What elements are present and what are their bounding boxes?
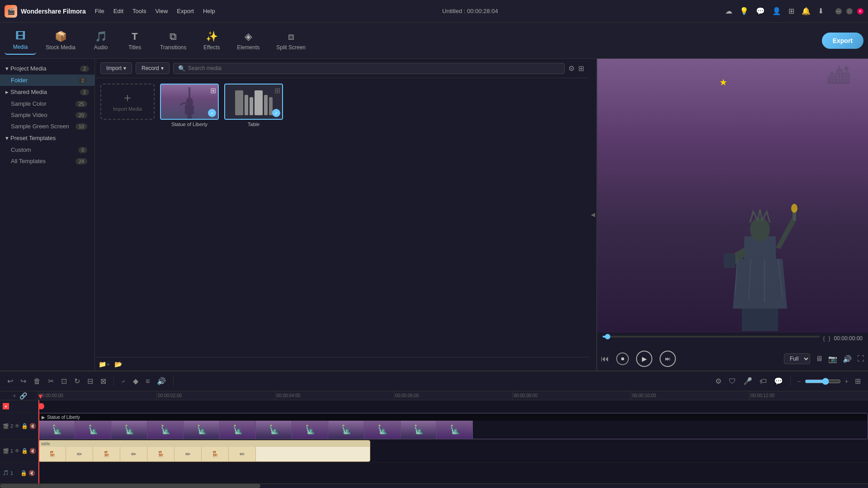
- menu-export[interactable]: Export: [177, 8, 194, 14]
- filter-icon[interactable]: ⚙: [568, 64, 575, 73]
- toolbar-transitions-label: Transitions: [160, 44, 186, 51]
- toolbar-audio[interactable]: 🎵 Audio: [85, 27, 117, 54]
- add-track-icon[interactable]: ＋: [11, 392, 18, 400]
- track-a1-mute-icon[interactable]: 🔇: [28, 470, 35, 476]
- import-media-placeholder[interactable]: + Import Media: [100, 84, 155, 120]
- settings-icon[interactable]: ⚙: [713, 375, 723, 387]
- toolbar-elements[interactable]: ◈ Elements: [230, 27, 267, 54]
- sidebar-custom-label: Custom: [11, 146, 31, 153]
- track-a1-number: 1: [10, 470, 13, 476]
- mirror-button[interactable]: ⊟: [85, 375, 95, 387]
- track-v1-lock-icon[interactable]: 🔒: [21, 448, 28, 454]
- timeline-scrollbar[interactable]: [0, 483, 868, 488]
- sidebar-section-shared-media[interactable]: ▸Shared Media 2: [0, 86, 94, 98]
- sticker-icon[interactable]: 🏷: [758, 375, 769, 387]
- play-button[interactable]: ▶: [636, 351, 652, 367]
- quality-select[interactable]: Full 1/2 1/4: [784, 353, 810, 364]
- delete-button[interactable]: 🗑: [32, 375, 42, 387]
- sidebar-item-all-templates[interactable]: All Templates 24: [0, 155, 94, 167]
- tracks-container: ● 🎬 2 👁 🔒 🔇: [0, 400, 868, 483]
- record-button[interactable]: Record ▾: [136, 62, 170, 74]
- stop-button[interactable]: ■: [616, 352, 629, 365]
- bell-icon[interactable]: 🔔: [802, 7, 811, 15]
- import-label: Import: [106, 65, 122, 71]
- crop-button[interactable]: ⊡: [59, 375, 69, 387]
- track-v1-mute-icon[interactable]: 🔇: [29, 448, 36, 454]
- camera-icon[interactable]: 📷: [828, 355, 837, 363]
- toolbar-transitions[interactable]: ⧉ Transitions: [153, 27, 193, 54]
- search-input[interactable]: [188, 65, 560, 71]
- menu-file[interactable]: File: [95, 8, 104, 14]
- zoom-slider[interactable]: [805, 378, 841, 385]
- track-v2-lock-icon[interactable]: 🔒: [21, 423, 28, 429]
- new-folder-icon[interactable]: 📂: [114, 361, 122, 368]
- sol-clip[interactable]: ▶ Statue of Liberty 🗽 🗽 🗽 🗽 🗽 🗽 🗽: [38, 413, 868, 439]
- redo-button[interactable]: ↪: [19, 375, 28, 387]
- table-label: Table: [224, 122, 283, 127]
- screenshot-icon[interactable]: 🖥: [816, 355, 823, 363]
- menu-view[interactable]: View: [155, 8, 168, 14]
- menu-edit[interactable]: Edit: [113, 8, 123, 14]
- scrollbar-thumb[interactable]: [0, 484, 260, 488]
- maximize-button[interactable]: □: [846, 8, 853, 14]
- caption-icon[interactable]: 💬: [772, 375, 785, 387]
- sidebar-section-preset-templates[interactable]: ▾Preset Templates: [0, 132, 94, 144]
- media-item-table[interactable]: ⊞ ✓ Table: [224, 84, 283, 127]
- user-icon[interactable]: 👤: [772, 7, 781, 15]
- split-button[interactable]: ⌿: [119, 375, 127, 387]
- download-icon[interactable]: ⬇: [818, 7, 824, 15]
- shield-icon[interactable]: 🛡: [727, 375, 738, 387]
- table-clip[interactable]: table 🪑 ✏ 🪑 ✏ 🪑 ✏ 🪑 ✏: [38, 440, 370, 462]
- sidebar-item-sample-video[interactable]: Sample Video 20: [0, 109, 94, 121]
- grid-icon[interactable]: ⊞: [788, 7, 794, 15]
- sidebar-section-project-media[interactable]: ▾Project Media 2: [0, 62, 94, 75]
- playhead-vertical: [38, 400, 39, 483]
- timeline-link-icon[interactable]: 🔗: [19, 392, 27, 399]
- sidebar-item-folder[interactable]: Folder 2: [0, 75, 94, 86]
- toolbar-stock-media[interactable]: 📦 Stock Media: [38, 27, 83, 54]
- bulb-icon[interactable]: 💡: [740, 7, 749, 15]
- trim-button[interactable]: ⊠: [99, 375, 108, 387]
- undo-button[interactable]: ↩: [5, 375, 15, 387]
- rotate-button[interactable]: ↻: [72, 375, 82, 387]
- collapse-panel-button[interactable]: ◀: [590, 59, 597, 371]
- sidebar-section-project-media-label: ▾Project Media: [5, 65, 46, 72]
- mic-icon[interactable]: 🎤: [741, 375, 754, 387]
- cut-button[interactable]: ✂: [46, 375, 56, 387]
- toolbar-titles[interactable]: T Titles: [119, 27, 151, 54]
- sidebar-item-custom[interactable]: Custom 0: [0, 144, 94, 155]
- track-v2-eye-icon[interactable]: 👁: [14, 423, 20, 429]
- audio-button[interactable]: 🔊: [155, 375, 168, 387]
- export-button[interactable]: Export: [822, 33, 863, 49]
- menu-help[interactable]: Help: [203, 8, 215, 14]
- track-v2-mute-icon[interactable]: 🔇: [29, 423, 36, 429]
- playhead-circle[interactable]: [38, 403, 44, 409]
- sidebar-item-sample-color[interactable]: Sample Color 25: [0, 98, 94, 109]
- close-button[interactable]: ✕: [857, 8, 863, 14]
- fullscreen-icon[interactable]: ⛶: [857, 355, 864, 363]
- sidebar-item-sample-green-screen[interactable]: Sample Green Screen 10: [0, 121, 94, 132]
- cloud-icon[interactable]: ☁: [725, 7, 732, 15]
- toolbar-effects[interactable]: ✨ Effects: [196, 27, 227, 54]
- add-folder-icon[interactable]: 📁+: [99, 361, 110, 368]
- motion-button[interactable]: ≡: [144, 375, 151, 387]
- grid-view-icon[interactable]: ⊞: [578, 64, 584, 73]
- zoom-out-icon[interactable]: －: [796, 377, 802, 385]
- import-button[interactable]: Import ▾: [100, 62, 132, 74]
- skip-back-button[interactable]: ⏮: [601, 354, 609, 364]
- track-a1-lock-icon[interactable]: 🔒: [20, 470, 27, 476]
- track-v1-eye-icon[interactable]: 👁: [14, 448, 20, 454]
- fast-forward-button[interactable]: ⏭: [660, 351, 676, 367]
- fit-icon[interactable]: ⊞: [853, 375, 863, 387]
- volume-icon[interactable]: 🔊: [843, 355, 852, 363]
- menu-tools[interactable]: Tools: [132, 8, 146, 14]
- keyframe-button[interactable]: ◆: [131, 375, 140, 387]
- minimize-button[interactable]: —: [835, 8, 842, 14]
- toolbar-split-screen[interactable]: ⧈ Split Screen: [269, 27, 313, 54]
- zoom-in-icon[interactable]: ＋: [844, 377, 849, 385]
- media-item-sol[interactable]: ⊞ ✓ Statue of Liberty: [160, 84, 219, 127]
- toolbar-media[interactable]: 🎞 Media: [5, 27, 36, 55]
- progress-track[interactable]: [603, 336, 820, 338]
- chat-icon[interactable]: 💬: [756, 7, 765, 15]
- progress-handle[interactable]: [605, 334, 610, 339]
